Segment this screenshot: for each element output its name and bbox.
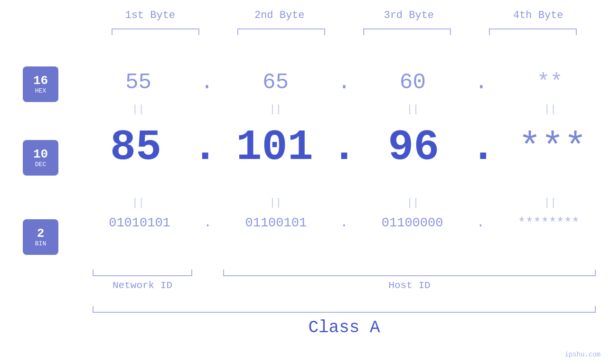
bin-dot3: . xyxy=(477,216,484,230)
eq3-hex: || xyxy=(369,103,457,115)
bin-byte1: 01010101 xyxy=(96,216,184,230)
bin-badge: 2 BIN xyxy=(23,219,58,255)
hex-byte1: 55 xyxy=(94,70,182,95)
bracket-top-4 xyxy=(489,28,577,35)
eq2-dec: || xyxy=(232,197,319,209)
dec-byte1: 85 xyxy=(92,123,179,172)
dec-dot1: . xyxy=(192,123,218,172)
eq1-dec: || xyxy=(94,197,182,209)
hex-byte2: 65 xyxy=(232,70,319,95)
class-bracket xyxy=(93,306,596,313)
eq1-hex: || xyxy=(94,103,182,115)
bracket-bottom-host xyxy=(223,270,596,276)
dec-badge-number: 10 xyxy=(33,148,48,161)
dec-dot2: . xyxy=(331,123,357,172)
dec-byte2: 101 xyxy=(231,123,319,172)
byte3-header: 3rd Byte xyxy=(361,9,456,21)
eq3-dec: || xyxy=(369,197,457,209)
bin-byte3: 01100000 xyxy=(368,216,456,230)
network-id-label: Network ID xyxy=(93,280,192,291)
hex-byte3: 60 xyxy=(369,70,457,95)
dec-byte4: *** xyxy=(509,126,597,169)
hex-byte4: ** xyxy=(506,70,594,95)
watermark: ipshu.com xyxy=(564,351,601,358)
bin-byte2: 01100101 xyxy=(232,216,320,230)
eq4-hex: || xyxy=(506,103,594,115)
host-id-label: Host ID xyxy=(223,280,596,291)
eq4-dec: || xyxy=(506,197,594,209)
hex-dot1: . xyxy=(200,70,214,95)
dec-badge: 10 DEC xyxy=(23,140,58,176)
dec-badge-label: DEC xyxy=(35,161,46,168)
bracket-top-2 xyxy=(237,28,325,35)
bracket-bottom-network xyxy=(93,270,192,276)
bin-badge-label: BIN xyxy=(35,240,46,247)
bin-dot1: . xyxy=(204,216,212,230)
bin-byte4: ******** xyxy=(505,216,592,230)
byte4-header: 4th Byte xyxy=(491,9,586,21)
class-label: Class A xyxy=(93,318,596,337)
hex-badge-label: HEX xyxy=(35,87,46,94)
bracket-top-3 xyxy=(363,28,451,35)
bin-badge-number: 2 xyxy=(37,227,45,241)
hex-badge-number: 16 xyxy=(33,74,48,88)
hex-badge: 16 HEX xyxy=(23,66,58,102)
byte2-header: 2nd Byte xyxy=(232,9,327,21)
bin-dot2: . xyxy=(340,216,348,230)
bracket-top-1 xyxy=(112,28,199,35)
dec-byte3: 96 xyxy=(370,123,458,172)
hex-dot2: . xyxy=(338,70,351,95)
eq2-hex: || xyxy=(232,103,319,115)
hex-dot3: . xyxy=(475,70,488,95)
byte1-header: 1st Byte xyxy=(103,9,197,21)
dec-dot3: . xyxy=(470,123,496,172)
